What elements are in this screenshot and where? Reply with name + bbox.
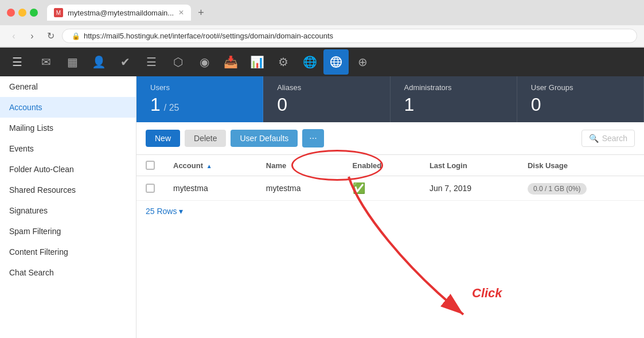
more-button[interactable]: ··· bbox=[302, 129, 323, 147]
new-tab-button[interactable]: + bbox=[198, 7, 204, 19]
sidebar-item-events[interactable]: Events bbox=[0, 138, 136, 159]
col-name[interactable]: Name bbox=[257, 155, 344, 176]
sidebar-item-accounts[interactable]: Accounts bbox=[0, 97, 136, 118]
row-checkbox[interactable] bbox=[146, 184, 155, 193]
minimize-button[interactable] bbox=[18, 9, 26, 17]
url-text: https://mail5.hostinguk.net/interface/ro… bbox=[84, 32, 333, 40]
sidebar-item-folder-auto-clean[interactable]: Folder Auto-Clean bbox=[0, 159, 136, 180]
sidebar-item-mailing-lists[interactable]: Mailing Lists bbox=[0, 118, 136, 138]
new-button[interactable]: New bbox=[146, 130, 180, 147]
aliases-value: 0 bbox=[277, 94, 376, 115]
col-enabled[interactable]: Enabled bbox=[344, 155, 420, 176]
delete-button[interactable]: Delete bbox=[185, 130, 226, 147]
rows-dropdown-icon: ▾ bbox=[179, 207, 183, 216]
enabled-checkmark-icon: ✅ bbox=[353, 182, 365, 194]
row-last-login: Jun 7, 2019 bbox=[420, 176, 518, 201]
tab-close-button[interactable]: ✕ bbox=[178, 9, 184, 17]
users-label: Users bbox=[150, 83, 249, 92]
stat-card-aliases[interactable]: Aliases 0 bbox=[263, 76, 390, 122]
forward-button[interactable]: › bbox=[25, 29, 39, 43]
users-limit: / 25 bbox=[164, 103, 179, 113]
tab-favicon: M bbox=[54, 8, 63, 17]
sidebar-item-shared-resources[interactable]: Shared Resources bbox=[0, 180, 136, 200]
rss-icon[interactable]: ◉ bbox=[192, 49, 217, 75]
top-navigation: ☰ ✉ ▦ 👤 ✔ ☰ ⬡ ◉ 📥 📊 ⚙ 🌐 ⊕ bbox=[0, 48, 644, 76]
administrators-value: 1 bbox=[404, 94, 503, 115]
sort-arrow-icon: ▲ bbox=[206, 163, 212, 169]
sidebar-item-content-filtering[interactable]: Content Filtering bbox=[0, 242, 136, 262]
row-enabled: ✅ bbox=[344, 176, 420, 201]
notes-icon[interactable]: ☰ bbox=[139, 49, 164, 75]
col-checkbox bbox=[136, 155, 164, 176]
stats-bar: Users 1 / 25 Aliases 0 Administrators bbox=[136, 76, 644, 122]
contacts-icon[interactable]: 👤 bbox=[86, 49, 111, 75]
rows-count-label: 25 Rows bbox=[146, 207, 177, 216]
row-checkbox-cell[interactable] bbox=[136, 176, 164, 201]
stat-card-user-groups[interactable]: User Groups 0 bbox=[517, 76, 644, 122]
search-icon: 🔍 bbox=[589, 134, 599, 143]
user-groups-label: User Groups bbox=[531, 83, 630, 92]
archive-icon[interactable]: 📥 bbox=[218, 49, 243, 75]
settings-icon[interactable]: ⚙ bbox=[271, 49, 296, 75]
structure-icon[interactable]: ⬡ bbox=[165, 49, 190, 75]
accounts-table: Account ▲ Name Enabled Last Login Disk U… bbox=[136, 155, 644, 338]
col-last-login[interactable]: Last Login bbox=[420, 155, 518, 176]
sidebar-item-chat-search[interactable]: Chat Search bbox=[0, 262, 136, 283]
administrators-label: Administrators bbox=[404, 83, 503, 92]
tasks-icon[interactable]: ✔ bbox=[112, 49, 138, 75]
users-value: 1 / 25 bbox=[150, 94, 249, 115]
col-disk-usage[interactable]: Disk Usage bbox=[518, 155, 644, 176]
stat-card-users[interactable]: Users 1 / 25 bbox=[136, 76, 263, 122]
sidebar: General Accounts Mailing Lists Events Fo… bbox=[0, 76, 136, 338]
address-bar[interactable]: 🔒 https://mail5.hostinguk.net/interface/… bbox=[62, 29, 637, 43]
row-name: mytestma bbox=[257, 176, 344, 201]
search-placeholder: Search bbox=[602, 134, 627, 143]
add-circle-icon[interactable]: ⊕ bbox=[350, 49, 375, 75]
search-input[interactable]: 🔍 Search bbox=[581, 130, 635, 147]
sidebar-item-signatures[interactable]: Signatures bbox=[0, 200, 136, 221]
table-row: mytestma mytestma ✅ Jun 7, 2019 0.0 / 1 … bbox=[136, 176, 644, 201]
rows-footer[interactable]: 25 Rows ▾ bbox=[136, 201, 644, 222]
user-defaults-button[interactable]: User Defaults bbox=[231, 130, 298, 147]
col-account[interactable]: Account ▲ bbox=[164, 155, 257, 176]
traffic-lights bbox=[7, 9, 38, 17]
row-account[interactable]: mytestma bbox=[164, 176, 257, 201]
browser-tab[interactable]: M mytestma@mytestmaildomain... ✕ bbox=[47, 5, 191, 21]
select-all-checkbox[interactable] bbox=[146, 161, 155, 170]
toolbar: New Delete User Defaults ··· 🔍 Search bbox=[136, 122, 644, 155]
sidebar-item-general[interactable]: General bbox=[0, 76, 136, 97]
user-groups-value: 0 bbox=[531, 94, 630, 115]
lock-icon: 🔒 bbox=[72, 32, 80, 40]
close-button[interactable] bbox=[7, 9, 15, 17]
mail-icon[interactable]: ✉ bbox=[33, 49, 58, 75]
domain-settings-icon[interactable] bbox=[323, 49, 349, 75]
globe-icon[interactable]: 🌐 bbox=[297, 49, 322, 75]
stat-card-administrators[interactable]: Administrators 1 bbox=[391, 76, 517, 122]
refresh-button[interactable]: ↻ bbox=[44, 29, 57, 43]
disk-usage-badge: 0.0 / 1 GB (0%) bbox=[528, 183, 587, 195]
row-disk-usage: 0.0 / 1 GB (0%) bbox=[518, 176, 644, 201]
aliases-label: Aliases bbox=[277, 83, 376, 92]
hamburger-icon[interactable]: ☰ bbox=[5, 49, 30, 75]
stats-icon[interactable]: 📊 bbox=[244, 49, 270, 75]
sidebar-item-spam-filtering[interactable]: Spam Filtering bbox=[0, 221, 136, 242]
calendar-icon[interactable]: ▦ bbox=[60, 49, 85, 75]
tab-title: mytestma@mytestmaildomain... bbox=[68, 9, 174, 17]
back-button[interactable]: ‹ bbox=[7, 29, 21, 43]
fullscreen-button[interactable] bbox=[30, 9, 38, 17]
